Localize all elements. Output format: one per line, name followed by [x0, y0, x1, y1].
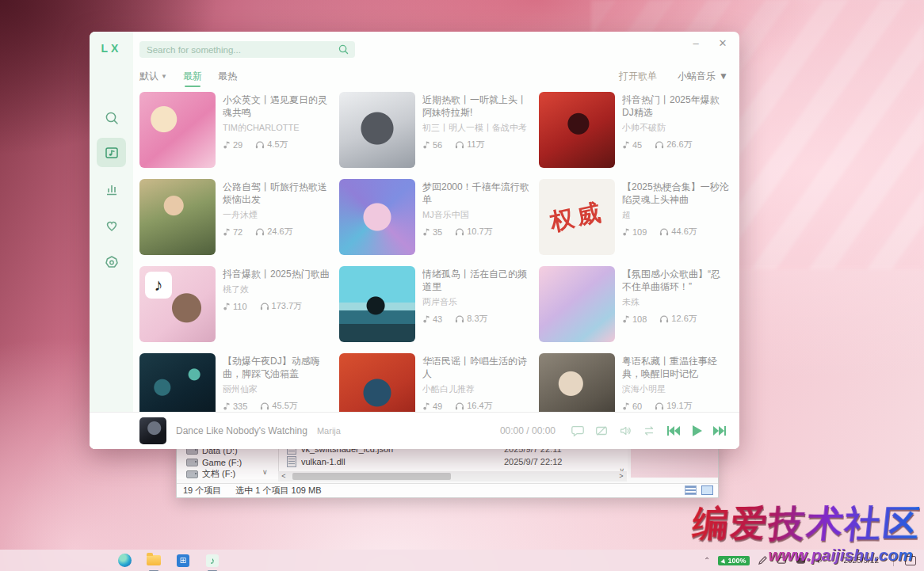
playlist-author[interactable]: 初三丨明人一模丨备战中考: [422, 122, 529, 134]
tab-hottest[interactable]: 最热: [218, 70, 237, 83]
playlist-title[interactable]: 华语民谣丨吟唱生活的诗人: [422, 355, 529, 380]
playlist-title[interactable]: 粤语私藏丨重温往事经典，唤醒旧时记忆: [622, 355, 729, 380]
device-icon[interactable]: [796, 557, 806, 565]
playlist-title[interactable]: 情绪孤岛丨活在自己的频道里: [422, 268, 529, 293]
playlist-cover[interactable]: [539, 353, 615, 413]
playlist-card[interactable]: ♪ 抖音爆款丨2025热门歌曲 桃了效 110 173.7万: [139, 266, 330, 353]
playlist-title[interactable]: 公路自驾丨听旅行热歌送烦恼出发: [223, 181, 330, 206]
music-app-window: LX: [90, 32, 739, 449]
store-app-icon[interactable]: ⊞: [175, 553, 191, 569]
notification-center-icon[interactable]: [905, 556, 916, 565]
search-input[interactable]: [139, 45, 338, 55]
playlist-cover[interactable]: [339, 92, 415, 168]
playlist-card[interactable]: 近期热歌丨一听就上头丨阿妹特拉斯! 初三丨明人一模丨备战中考 56 11万: [339, 92, 529, 179]
tree-item-drive-game[interactable]: Game (F:): [186, 456, 281, 468]
playlist-card[interactable]: 梦回2000！千禧年流行歌单 MJ音乐中国 35 10.7万: [339, 179, 529, 266]
music-app-icon[interactable]: ♪: [204, 553, 220, 569]
playlist-title[interactable]: 【劲爆午夜DJ】动感嗨曲，脚踩飞油箱盖: [223, 355, 330, 380]
playlist-title[interactable]: 近期热歌丨一听就上头丨阿妹特拉斯!: [422, 93, 529, 119]
album-art[interactable]: [139, 417, 166, 444]
play-mode-icon[interactable]: [641, 423, 657, 439]
taskbar-date[interactable]: 2025/9/12: [844, 557, 880, 565]
playlist-cover[interactable]: [539, 266, 615, 342]
file-row[interactable]: vulkan-1.dll 2025/9/7 22:12: [279, 455, 628, 468]
playlist-card[interactable]: 小众英文丨遇见夏日的灵魂共鸣 TIM的CHARLOTTE 29 4.5万: [139, 92, 330, 179]
playlist-cover[interactable]: [139, 92, 216, 168]
tray-expand-chevron-icon[interactable]: ⌃: [704, 556, 710, 565]
search-icon[interactable]: [338, 44, 349, 55]
sort-dropdown[interactable]: 默认 ▼: [139, 70, 167, 83]
tab-latest[interactable]: 最新: [183, 70, 202, 83]
play-button[interactable]: [689, 423, 704, 439]
current-song-artist[interactable]: Marija: [317, 426, 341, 436]
speaker-icon[interactable]: [814, 556, 823, 565]
scrollbar-track[interactable]: [289, 471, 616, 482]
sidebar-item-playlists[interactable]: [97, 138, 126, 167]
playlist-author[interactable]: 超: [622, 209, 729, 221]
desktop-lyrics-off-icon[interactable]: [594, 423, 609, 439]
playlist-cover[interactable]: [339, 353, 415, 413]
playlist-author[interactable]: MJ音乐中国: [422, 209, 529, 221]
previous-track-button[interactable]: [665, 423, 681, 439]
taskbar: ⊞ ♪ ⌃ 100% 2025/9/12: [0, 550, 924, 571]
sidebar-item-settings[interactable]: [97, 247, 126, 276]
volume-icon[interactable]: [617, 423, 633, 439]
horizontal-scrollbar[interactable]: < >: [278, 471, 627, 482]
playlist-author[interactable]: 未殊: [622, 296, 729, 308]
playlist-author[interactable]: 桃了效: [223, 284, 330, 295]
playlist-card[interactable]: 华语民谣丨吟唱生活的诗人 小酷白儿推荐 49 16.4万: [339, 353, 529, 413]
playlist-cover[interactable]: [139, 179, 216, 255]
playlist-cover[interactable]: [339, 266, 415, 342]
playlist-author[interactable]: 滨海小明星: [622, 383, 729, 395]
playlist-title[interactable]: 小众英文丨遇见夏日的灵魂共鸣: [223, 93, 330, 119]
playlist-title[interactable]: 【氛围感小众歌曲】“忍不住单曲循环！”: [622, 268, 729, 293]
scroll-right-icon[interactable]: >: [616, 471, 627, 482]
playlist-author[interactable]: 一舟沐煙: [223, 209, 330, 221]
close-button[interactable]: ✕: [716, 36, 730, 51]
playlist-author[interactable]: 丽州仙家: [223, 383, 330, 395]
headphones-icon: [455, 227, 464, 236]
pen-icon[interactable]: [758, 555, 768, 565]
current-song-title[interactable]: Dance Like Nobody's Watching: [176, 425, 307, 436]
playlist-author[interactable]: 小帅不破防: [622, 122, 729, 134]
battery-indicator[interactable]: 100%: [718, 556, 749, 565]
playlist-card[interactable]: 【氛围感小众歌曲】“忍不住单曲循环！” 未殊 108 12.6万: [539, 266, 729, 353]
scroll-left-icon[interactable]: <: [278, 471, 289, 482]
thumbnail-view-icon[interactable]: [701, 485, 713, 495]
scrollbar-thumb[interactable]: [292, 473, 451, 480]
file-explorer-icon[interactable]: [146, 553, 162, 569]
edge-browser-icon[interactable]: [116, 553, 132, 569]
playlist-title[interactable]: 抖音热门丨2025年爆款DJ精选: [622, 93, 729, 119]
playlist-info: 抖音热门丨2025年爆款DJ精选 小帅不破防 45 26.6万: [622, 92, 729, 179]
playlist-title[interactable]: 梦回2000！千禧年流行歌单: [422, 181, 529, 206]
playlist-card[interactable]: 权威 【2025热梗合集】一秒沦陷灵魂上头神曲 超 109 44.6万: [539, 179, 729, 266]
playlist-author[interactable]: 两岸音乐: [422, 296, 529, 308]
playlist-card[interactable]: 抖音热门丨2025年爆款DJ精选 小帅不破防 45 26.6万: [539, 92, 729, 179]
open-playlist-button[interactable]: 打开歌单: [619, 70, 657, 83]
playlist-cover[interactable]: [339, 179, 415, 255]
playlist-cover[interactable]: [539, 92, 615, 168]
cloud-icon[interactable]: [776, 556, 788, 565]
sidebar-item-favorites[interactable]: [97, 211, 126, 240]
comment-icon[interactable]: [570, 423, 586, 439]
music-note-icon: [622, 227, 630, 236]
playlist-cover[interactable]: [139, 353, 216, 413]
sidebar-item-search[interactable]: [97, 103, 126, 132]
playlist-cover[interactable]: ♪: [139, 266, 216, 342]
sidebar-item-leaderboard[interactable]: [97, 174, 126, 204]
playlist-card[interactable]: 粤语私藏丨重温往事经典，唤醒旧时记忆 滨海小明星 60 19.1万: [539, 353, 729, 413]
tree-scroll-chevron-icon[interactable]: ∨: [262, 468, 268, 476]
playlist-author[interactable]: TIM的CHARLOTTE: [223, 122, 330, 134]
playlist-card[interactable]: 公路自驾丨听旅行热歌送烦恼出发 一舟沐煙 72 24.6万: [139, 179, 330, 266]
next-track-button[interactable]: [712, 423, 728, 439]
minimize-button[interactable]: –: [689, 36, 703, 51]
playlist-title[interactable]: 【2025热梗合集】一秒沦陷灵魂上头神曲: [622, 181, 729, 206]
play-count: 19.1万: [655, 400, 692, 412]
playlist-author[interactable]: 小酷白儿推荐: [422, 383, 529, 395]
playlist-card[interactable]: 【劲爆午夜DJ】动感嗨曲，脚踩飞油箱盖 丽州仙家 335 45.5万: [139, 353, 330, 413]
playlist-title[interactable]: 抖音爆款丨2025热门歌曲: [223, 268, 330, 280]
details-view-icon[interactable]: [685, 485, 697, 495]
source-dropdown[interactable]: 小蜗音乐 ▼: [678, 70, 728, 83]
playlist-cover[interactable]: 权威: [539, 179, 615, 255]
playlist-card[interactable]: 情绪孤岛丨活在自己的频道里 两岸音乐 43 8.3万: [339, 266, 529, 353]
